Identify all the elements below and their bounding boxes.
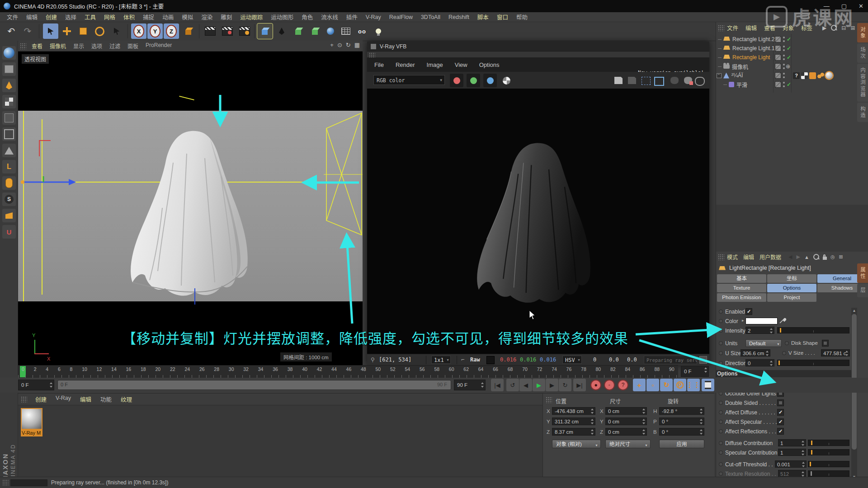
rotate-view-icon[interactable]: ↻ xyxy=(346,42,351,48)
left-tool-uv-mode[interactable] xyxy=(2,95,16,108)
om-tab-对象[interactable]: 对象 xyxy=(857,23,868,42)
viewport-view-label[interactable]: 透视视图 xyxy=(22,54,49,64)
checkbox-checked[interactable]: ✓ xyxy=(777,428,784,435)
om-menu-文件[interactable]: 文件 xyxy=(727,23,738,32)
left-tool-snap-mode[interactable]: U xyxy=(2,225,16,239)
object-name[interactable]: ²¼ÁÏ xyxy=(731,72,743,79)
rotate-tool-button[interactable] xyxy=(92,23,107,39)
panel-grip[interactable] xyxy=(20,43,26,49)
menu-运动跟踪[interactable]: 运动跟踪 xyxy=(236,13,267,21)
layer-square-icon[interactable] xyxy=(775,45,781,52)
anim-dot-icon[interactable] xyxy=(719,341,723,345)
vfb-render-canvas[interactable] xyxy=(367,89,709,354)
om-menu-编辑[interactable]: 编辑 xyxy=(745,23,757,32)
rot-p-field[interactable]: 0 ° xyxy=(659,418,704,425)
cloth-tag-icon[interactable] xyxy=(809,72,816,79)
autokey-button[interactable]: ◦ xyxy=(604,380,615,390)
material-tag-icon[interactable] xyxy=(826,72,833,79)
value-field[interactable]: 0.001 xyxy=(775,460,807,468)
options-section-header[interactable]: Options xyxy=(716,370,853,377)
menu-角色[interactable]: 角色 xyxy=(297,13,317,21)
attr-tab-基本[interactable]: 基本 xyxy=(717,274,766,283)
slider-handle[interactable] xyxy=(811,441,812,445)
red-channel-button[interactable] xyxy=(450,74,463,87)
record-keyframe-button[interactable]: ● xyxy=(590,380,601,390)
render-settings-button[interactable] xyxy=(237,23,252,39)
previous-frame-button[interactable]: ◀ xyxy=(519,379,532,391)
menu-捕捉[interactable]: 捕捉 xyxy=(139,13,158,21)
menu-选择[interactable]: 选择 xyxy=(61,13,80,21)
layer-square-icon[interactable] xyxy=(775,72,781,79)
om-tab-场次[interactable]: 场次 xyxy=(857,43,868,63)
left-tool-solo-mode[interactable]: S xyxy=(2,192,16,206)
viewport-menu-选项[interactable]: 选项 xyxy=(88,42,106,50)
lock-x-axis-button[interactable]: X xyxy=(131,23,146,39)
object-name[interactable]: 平滑 xyxy=(736,81,747,89)
visibility-dots-icon[interactable] xyxy=(783,46,785,51)
checkbox-checked[interactable]: ✓ xyxy=(745,308,752,315)
subdivision-surface-button[interactable] xyxy=(291,23,306,39)
anim-dot-icon[interactable] xyxy=(719,462,723,466)
viewport-panel[interactable]: 查看摄像机显示选项过滤面板ProRender + ⊙ ↻ ▦ 透视视图 xyxy=(18,41,363,365)
new-panel-icon[interactable]: ⊞ xyxy=(839,254,843,260)
value-field[interactable]: 0 xyxy=(745,359,774,366)
move-tool-button[interactable] xyxy=(59,23,75,39)
vfb-menu-view[interactable]: View xyxy=(455,61,467,68)
am-tab-属性[interactable]: 属性 xyxy=(857,263,868,283)
material-thumbnail[interactable] xyxy=(21,408,42,430)
vfb-corner-icon[interactable] xyxy=(699,356,707,364)
material-menu-纹理[interactable]: 纹理 xyxy=(116,395,137,404)
goto-end-button[interactable]: ▶| xyxy=(573,379,586,391)
value-field[interactable]: 2 xyxy=(745,327,774,334)
am-tab-层[interactable]: 层 xyxy=(857,284,868,297)
rot-b-field[interactable]: 0 ° xyxy=(659,428,704,436)
move-gizmo[interactable] xyxy=(20,176,79,189)
u-size-field[interactable]: 306.6 cm xyxy=(741,349,770,357)
anim-dot-icon[interactable] xyxy=(719,472,723,476)
object-row-²¼ÁÏ[interactable]: ²¼ÁÏ? xyxy=(716,71,856,80)
anim-dot-icon[interactable] xyxy=(719,410,723,414)
play-backward-button[interactable]: ↺ xyxy=(506,379,519,391)
key-position-button[interactable]: + xyxy=(633,379,646,391)
keyframe-selection-button[interactable]: ? xyxy=(618,380,628,390)
attr-tab-Project[interactable]: Project xyxy=(767,293,816,302)
anim-dot-icon[interactable] xyxy=(719,310,723,314)
menu-帮助[interactable]: 帮助 xyxy=(512,13,532,21)
checkbox-checked[interactable]: ✓ xyxy=(777,409,784,416)
vfb-menu-file[interactable]: File xyxy=(374,61,384,68)
object-row-平滑[interactable]: 平滑✓ xyxy=(716,80,856,89)
left-tool-model-mode[interactable] xyxy=(2,62,16,76)
layer-square-icon[interactable] xyxy=(775,54,781,61)
render-view-button[interactable] xyxy=(203,23,218,39)
generator-button[interactable] xyxy=(307,23,323,39)
compositing-tag-icon[interactable] xyxy=(801,72,808,79)
key-rotation-button[interactable]: ↻ xyxy=(660,379,673,391)
rectangle-light-wireframe[interactable] xyxy=(324,107,363,242)
anim-dot-icon[interactable] xyxy=(719,401,723,405)
left-tool-edge-mode[interactable] xyxy=(2,127,16,141)
toggle-view-icon[interactable]: ▦ xyxy=(354,42,360,48)
vfb-menu-options[interactable]: Options xyxy=(479,61,500,68)
play-button[interactable]: ▶ xyxy=(533,379,545,391)
anim-dot-icon[interactable] xyxy=(719,351,723,355)
menu-动画[interactable]: 动画 xyxy=(158,13,178,21)
enabled-check-icon[interactable]: ✓ xyxy=(787,45,791,52)
anim-dot-icon[interactable] xyxy=(719,319,723,323)
visibility-dots-icon[interactable] xyxy=(783,82,785,87)
timeline-ruler[interactable]: 0246810121416182022242628303234363840424… xyxy=(18,365,678,378)
question-tag-icon[interactable]: ? xyxy=(793,72,800,79)
zoom-view-icon[interactable]: ⊙ xyxy=(337,42,342,48)
save-image-icon[interactable] xyxy=(614,77,623,84)
history-back-icon[interactable]: ◀ xyxy=(788,254,792,260)
anim-dot-icon[interactable] xyxy=(719,328,723,333)
expand-triangle-icon[interactable]: ▸ xyxy=(742,318,744,323)
panel-grip[interactable] xyxy=(718,254,724,260)
eyedropper-icon[interactable] xyxy=(779,317,787,324)
object-name[interactable]: Rectangle Light.1 xyxy=(732,45,774,52)
pos-y-field[interactable]: 311.32 cm xyxy=(552,418,595,425)
menu-Redshift[interactable]: Redshift xyxy=(444,14,473,20)
visibility-dots-icon[interactable] xyxy=(783,55,785,60)
slider-handle[interactable] xyxy=(778,361,780,365)
left-tool-point-mode[interactable] xyxy=(2,111,16,125)
menu-3DToAll[interactable]: 3DToAll xyxy=(417,14,444,20)
